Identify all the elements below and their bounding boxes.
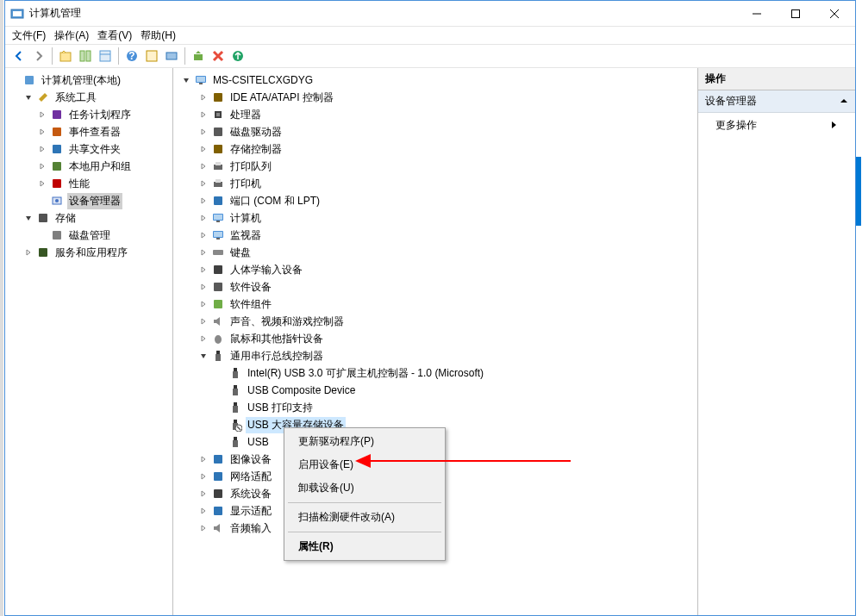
chevron-icon[interactable]	[22, 212, 34, 224]
chevron-icon[interactable]	[197, 315, 209, 327]
device-item-1[interactable]: IDE ATA/ATAPI 控制器	[173, 89, 697, 106]
chevron-icon[interactable]	[197, 195, 209, 207]
chevron-icon[interactable]	[197, 160, 209, 172]
context-menu-item-2[interactable]: 卸载设备(U)	[286, 476, 443, 500]
close-button[interactable]	[815, 1, 853, 26]
chevron-icon[interactable]	[197, 143, 209, 155]
device-item-19[interactable]: USB 打印支持	[173, 399, 697, 416]
chevron-icon[interactable]	[215, 384, 227, 396]
chevron-icon[interactable]	[197, 350, 209, 362]
nav-item-8[interactable]: 存储	[5, 209, 172, 227]
device-item-7[interactable]: 端口 (COM 和 LPT)	[173, 192, 697, 209]
device-item-9[interactable]: 监视器	[173, 227, 697, 244]
device-item-10[interactable]: 键盘	[173, 244, 697, 261]
device-item-3[interactable]: 磁盘驱动器	[173, 123, 697, 140]
menu-file[interactable]: 文件(F)	[12, 28, 46, 43]
chevron-icon[interactable]	[36, 143, 48, 155]
chevron-icon[interactable]	[197, 177, 209, 190]
context-menu-item-1[interactable]: 启用设备(E)	[286, 453, 443, 476]
chevron-icon[interactable]	[197, 246, 209, 258]
chevron-icon[interactable]	[197, 229, 209, 241]
chevron-icon[interactable]	[197, 453, 209, 465]
device-item-18[interactable]: USB Composite Device	[173, 382, 697, 399]
device-item-14[interactable]: 声音、视频和游戏控制器	[173, 313, 697, 330]
toolbar-icon-3[interactable]	[97, 47, 114, 65]
device-item-5[interactable]: 打印队列	[173, 158, 697, 175]
more-actions-item[interactable]: 更多操作	[698, 113, 855, 138]
chevron-icon[interactable]	[197, 91, 209, 103]
chevron-icon[interactable]	[215, 401, 227, 414]
nav-item-1[interactable]: 系统工具	[5, 89, 172, 106]
disable-button[interactable]	[209, 47, 227, 65]
chevron-icon[interactable]	[197, 298, 209, 310]
nav-item-2[interactable]: 任务计划程序	[5, 106, 172, 123]
forward-button[interactable]	[30, 47, 47, 65]
actions-section[interactable]: 设备管理器	[698, 90, 855, 113]
toolbar-icon-2[interactable]	[77, 47, 94, 65]
tree-label: USB	[246, 435, 271, 449]
chevron-icon[interactable]	[22, 91, 34, 103]
device-item-8[interactable]: 计算机	[173, 209, 697, 227]
chevron-icon[interactable]	[215, 436, 227, 448]
chevron-icon[interactable]	[36, 195, 48, 207]
nav-item-5[interactable]: 本地用户和组	[5, 158, 172, 175]
device-item-16[interactable]: 通用串行总线控制器	[173, 347, 697, 364]
chevron-icon[interactable]	[22, 246, 34, 258]
nav-item-10[interactable]: 服务和应用程序	[5, 244, 172, 261]
chevron-icon[interactable]	[197, 522, 209, 534]
device-item-0[interactable]: MS-CSITELCXGDYG	[173, 72, 697, 89]
back-button[interactable]	[10, 47, 28, 65]
audio-icon	[211, 314, 225, 328]
svg-rect-39	[216, 179, 221, 183]
navigation-tree[interactable]: 计算机管理(本地)系统工具任务计划程序事件查看器共享文件夹本地用户和组性能设备管…	[5, 68, 173, 615]
chevron-icon[interactable]	[197, 281, 209, 293]
chevron-icon[interactable]	[197, 333, 209, 345]
nav-item-6[interactable]: 性能	[5, 175, 172, 192]
nav-item-7[interactable]: 设备管理器	[5, 192, 172, 209]
titlebar[interactable]: 计算机管理	[5, 1, 855, 27]
chevron-icon[interactable]	[197, 470, 209, 482]
enable-button[interactable]	[229, 47, 247, 65]
chevron-icon[interactable]	[197, 109, 209, 121]
menu-action[interactable]: 操作(A)	[54, 28, 89, 43]
nav-item-3[interactable]: 事件查看器	[5, 123, 172, 140]
chevron-icon[interactable]	[36, 177, 48, 190]
minimize-button[interactable]	[737, 1, 776, 26]
up-button[interactable]	[57, 47, 74, 65]
menu-view[interactable]: 查看(V)	[97, 28, 132, 43]
chevron-icon[interactable]	[197, 264, 209, 276]
chevron-icon[interactable]	[36, 160, 48, 172]
nav-item-4[interactable]: 共享文件夹	[5, 140, 172, 158]
toolbar-icon-5[interactable]	[143, 47, 160, 65]
chevron-icon[interactable]	[197, 212, 209, 224]
chevron-icon[interactable]	[197, 505, 209, 517]
nav-item-9[interactable]: 磁盘管理	[5, 227, 172, 244]
context-menu-item-0[interactable]: 更新驱动程序(P)	[286, 430, 443, 453]
device-item-11[interactable]: 人体学输入设备	[173, 261, 697, 278]
nav-item-0[interactable]: 计算机管理(本地)	[5, 72, 172, 89]
device-item-17[interactable]: Intel(R) USB 3.0 可扩展主机控制器 - 1.0 (Microso…	[173, 364, 697, 382]
chevron-icon[interactable]	[215, 419, 227, 431]
chevron-icon[interactable]	[180, 74, 192, 86]
device-item-13[interactable]: 软件组件	[173, 296, 697, 313]
context-menu-item-6[interactable]: 属性(R)	[286, 535, 443, 558]
menu-help[interactable]: 帮助(H)	[141, 28, 176, 43]
chevron-icon[interactable]	[197, 126, 209, 138]
tree-label: 声音、视频和游戏控制器	[228, 314, 346, 330]
chevron-icon[interactable]	[36, 109, 48, 121]
chevron-icon[interactable]	[215, 367, 227, 379]
toolbar-icon-6[interactable]	[163, 47, 180, 65]
device-item-12[interactable]: 软件设备	[173, 278, 697, 296]
chevron-icon[interactable]	[36, 229, 48, 241]
maximize-button[interactable]	[776, 1, 815, 26]
device-item-4[interactable]: 存储控制器	[173, 140, 697, 158]
device-item-15[interactable]: 鼠标和其他指针设备	[173, 330, 697, 347]
context-menu-item-4[interactable]: 扫描检测硬件改动(A)	[286, 506, 443, 529]
chevron-icon[interactable]	[197, 488, 209, 500]
device-item-2[interactable]: 处理器	[173, 106, 697, 123]
chevron-icon[interactable]	[9, 74, 21, 86]
device-item-6[interactable]: 打印机	[173, 175, 697, 192]
scan-hardware-button[interactable]	[190, 47, 207, 65]
chevron-icon[interactable]	[36, 126, 48, 138]
help-button[interactable]: ?	[123, 47, 141, 65]
